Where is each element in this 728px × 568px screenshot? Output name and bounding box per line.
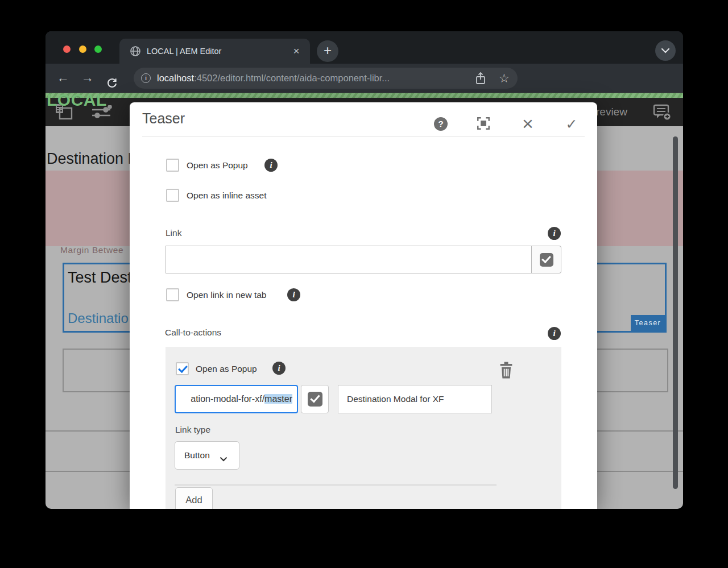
checkbox-picker-icon bbox=[308, 392, 322, 407]
margin-component-label: Margin Betwee bbox=[60, 245, 123, 255]
url-host: localhost bbox=[157, 73, 194, 83]
chevron-down-icon bbox=[220, 454, 228, 464]
info-icon[interactable]: i bbox=[287, 288, 300, 301]
tab-title: LOCAL | AEM Editor bbox=[147, 39, 221, 64]
info-icon[interactable]: i bbox=[264, 159, 278, 172]
teaser-selection-badge: Teaser bbox=[631, 315, 665, 331]
fullscreen-icon[interactable] bbox=[476, 116, 492, 132]
add-cta-button[interactable]: Add bbox=[175, 487, 213, 509]
link-type-label: Link type bbox=[175, 425, 210, 435]
share-icon[interactable] bbox=[475, 72, 486, 88]
cta-link-value-selection: master bbox=[264, 394, 292, 404]
environment-label: LOCAL bbox=[47, 90, 107, 110]
link-field-label: Link bbox=[166, 228, 181, 238]
help-icon[interactable]: ? bbox=[434, 117, 448, 131]
url-path: :4502/editor.html/content/aida-component… bbox=[194, 73, 390, 83]
preview-mode-label[interactable]: review bbox=[596, 98, 627, 126]
chevron-down-icon bbox=[661, 48, 670, 53]
open-link-new-tab-label: Open link in new tab bbox=[187, 288, 266, 301]
teaser-dialog: Teaser ? × ✓ Open as Popup i Open as inl… bbox=[130, 102, 597, 509]
address-bar[interactable]: i localhost:4502/editor.html/content/aid… bbox=[134, 68, 518, 89]
open-as-popup-label: Open as Popup bbox=[187, 159, 248, 172]
link-picker-button[interactable] bbox=[532, 246, 561, 273]
cta-link-picker-button[interactable] bbox=[301, 385, 329, 413]
environment-stripe bbox=[46, 93, 683, 98]
cta-open-as-popup-label: Open as Popup bbox=[196, 362, 257, 375]
link-input[interactable] bbox=[166, 246, 532, 273]
back-icon[interactable]: ← bbox=[57, 64, 69, 93]
browser-tab[interactable]: LOCAL | AEM Editor × bbox=[119, 39, 310, 64]
open-link-new-tab-checkbox[interactable] bbox=[166, 288, 179, 301]
cta-link-value: ation-modal-for-xf/master bbox=[191, 386, 292, 412]
cta-text-input[interactable] bbox=[338, 385, 492, 413]
open-as-inline-asset-label: Open as inline asset bbox=[187, 189, 266, 202]
link-type-dropdown[interactable]: Button bbox=[175, 441, 239, 470]
window-close-button[interactable] bbox=[63, 45, 71, 53]
globe-icon bbox=[130, 45, 141, 57]
forward-icon[interactable]: → bbox=[81, 64, 94, 93]
cta-link-value-prefix: ation-modal-for-xf/ bbox=[191, 394, 264, 404]
bookmark-star-icon[interactable]: ☆ bbox=[499, 68, 510, 89]
teaser-component-link[interactable]: Destinatio bbox=[68, 310, 129, 326]
teaser-component-title: Test Desti bbox=[68, 269, 135, 287]
open-as-inline-asset-checkbox[interactable] bbox=[166, 189, 179, 202]
desktop: LOCAL | AEM Editor × + ← → i localhost:4… bbox=[0, 0, 728, 568]
open-as-popup-checkbox[interactable] bbox=[166, 159, 179, 172]
page-title: Destination M bbox=[47, 150, 140, 168]
link-type-value: Button bbox=[184, 442, 210, 469]
browser-window: LOCAL | AEM Editor × + ← → i localhost:4… bbox=[46, 31, 683, 509]
cta-multifield-item: Open as Popup i ation-modal-for-xf/maste… bbox=[166, 347, 561, 509]
checkbox-picker-icon bbox=[540, 253, 553, 267]
close-icon[interactable]: × bbox=[520, 116, 536, 132]
confirm-icon[interactable]: ✓ bbox=[564, 116, 580, 132]
tab-close-icon[interactable]: × bbox=[289, 44, 303, 58]
cta-field-label: Call-to-actions bbox=[165, 327, 221, 338]
dialog-header-divider bbox=[142, 136, 585, 137]
cta-link-input[interactable]: ation-modal-for-xf/master bbox=[175, 385, 298, 413]
tab-strip: LOCAL | AEM Editor × + bbox=[46, 31, 683, 64]
site-info-icon[interactable]: i bbox=[141, 73, 151, 83]
window-minimize-button[interactable] bbox=[79, 45, 86, 53]
delete-trash-icon[interactable] bbox=[498, 362, 514, 381]
multifield-divider bbox=[175, 484, 497, 486]
info-icon[interactable]: i bbox=[548, 227, 561, 240]
new-tab-button[interactable]: + bbox=[317, 40, 338, 62]
window-zoom-button[interactable] bbox=[94, 45, 102, 53]
add-annotation-icon[interactable] bbox=[653, 103, 672, 124]
url-text: localhost:4502/editor.html/content/aida-… bbox=[157, 68, 390, 89]
info-icon[interactable]: i bbox=[272, 362, 286, 375]
page-scrollbar[interactable] bbox=[673, 136, 678, 489]
info-icon[interactable]: i bbox=[548, 327, 561, 340]
tab-search-button[interactable] bbox=[655, 40, 676, 61]
browser-toolbar: ← → i localhost:4502/editor.html/content… bbox=[46, 64, 683, 93]
dialog-title: Teaser bbox=[142, 110, 185, 127]
cta-open-as-popup-checkbox[interactable] bbox=[176, 362, 189, 375]
